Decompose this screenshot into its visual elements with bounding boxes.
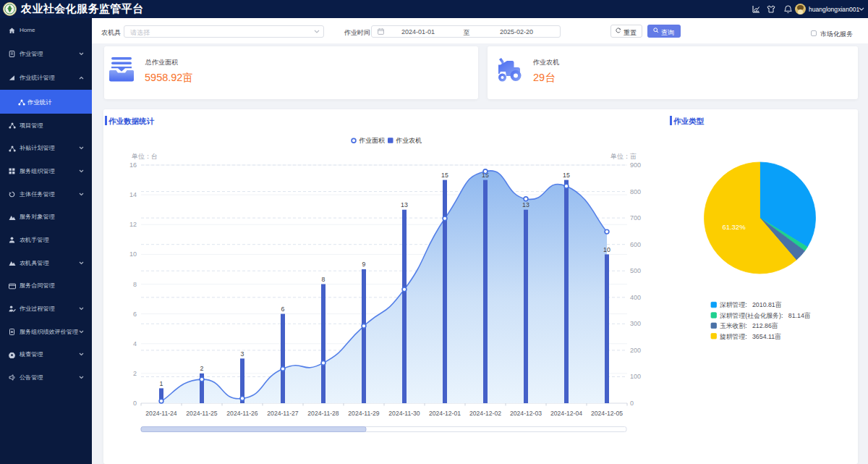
- svg-text:玉米收割: 212.86亩: 玉米收割: 212.86亩: [720, 322, 778, 329]
- svg-text:2024-11-29: 2024-11-29: [348, 410, 380, 417]
- svg-text:3: 3: [241, 350, 244, 358]
- svg-text:600: 600: [630, 241, 641, 248]
- svg-text:深耕管理: 2010.81亩: 深耕管理: 2010.81亩: [720, 301, 782, 308]
- svg-text:12: 12: [129, 221, 137, 228]
- svg-text:2024-11-25: 2024-11-25: [186, 410, 218, 417]
- svg-text:单位：台: 单位：台: [132, 153, 158, 160]
- svg-text:8: 8: [322, 276, 326, 283]
- svg-text:15: 15: [563, 172, 570, 179]
- svg-text:2024-12-04: 2024-12-04: [550, 410, 582, 417]
- svg-text:2024-11-26: 2024-11-26: [226, 410, 258, 417]
- svg-text:1: 1: [160, 380, 163, 387]
- svg-text:6: 6: [281, 305, 285, 313]
- svg-text:2024-11-27: 2024-11-27: [267, 410, 299, 417]
- svg-text:0: 0: [133, 400, 137, 407]
- svg-text:300: 300: [630, 320, 641, 327]
- svg-text:13: 13: [401, 201, 408, 208]
- svg-text:15: 15: [441, 172, 448, 179]
- svg-text:800: 800: [630, 188, 641, 195]
- svg-text:61.32%: 61.32%: [722, 223, 746, 231]
- svg-text:10: 10: [603, 246, 610, 253]
- svg-text:14: 14: [129, 191, 137, 198]
- svg-text:作业面积: 作业面积: [359, 137, 385, 144]
- svg-text:旋耕管理: 3654.11亩: 旋耕管理: 3654.11亩: [720, 333, 781, 340]
- svg-text:2024-12-02: 2024-12-02: [469, 410, 501, 417]
- svg-text:500: 500: [630, 267, 641, 274]
- svg-text:10: 10: [129, 250, 137, 258]
- svg-text:深耕管理(社会化服务): 81.14亩: 深耕管理(社会化服务): 81.14亩: [720, 312, 811, 319]
- svg-text:2024-12-01: 2024-12-01: [429, 410, 461, 417]
- svg-text:2: 2: [133, 370, 137, 377]
- svg-text:16: 16: [129, 161, 137, 169]
- svg-text:8: 8: [133, 281, 137, 288]
- svg-text:400: 400: [630, 294, 641, 301]
- svg-text:单位：亩: 单位：亩: [610, 153, 637, 160]
- svg-text:13: 13: [522, 201, 529, 208]
- svg-text:200: 200: [630, 347, 641, 354]
- svg-text:2: 2: [200, 365, 204, 372]
- svg-text:4: 4: [133, 340, 137, 347]
- svg-text:9: 9: [362, 261, 366, 268]
- svg-text:2024-12-03: 2024-12-03: [510, 410, 542, 417]
- svg-text:6: 6: [133, 311, 137, 318]
- svg-text:0: 0: [630, 400, 634, 407]
- svg-text:2024-11-24: 2024-11-24: [145, 410, 177, 417]
- svg-text:2024-11-30: 2024-11-30: [388, 410, 420, 417]
- svg-text:2024-11-28: 2024-11-28: [307, 410, 339, 417]
- svg-text:100: 100: [630, 373, 641, 380]
- svg-text:作业农机: 作业农机: [396, 137, 422, 144]
- svg-text:900: 900: [630, 161, 641, 169]
- svg-text:2024-12-05: 2024-12-05: [591, 410, 623, 417]
- svg-text:700: 700: [630, 214, 641, 222]
